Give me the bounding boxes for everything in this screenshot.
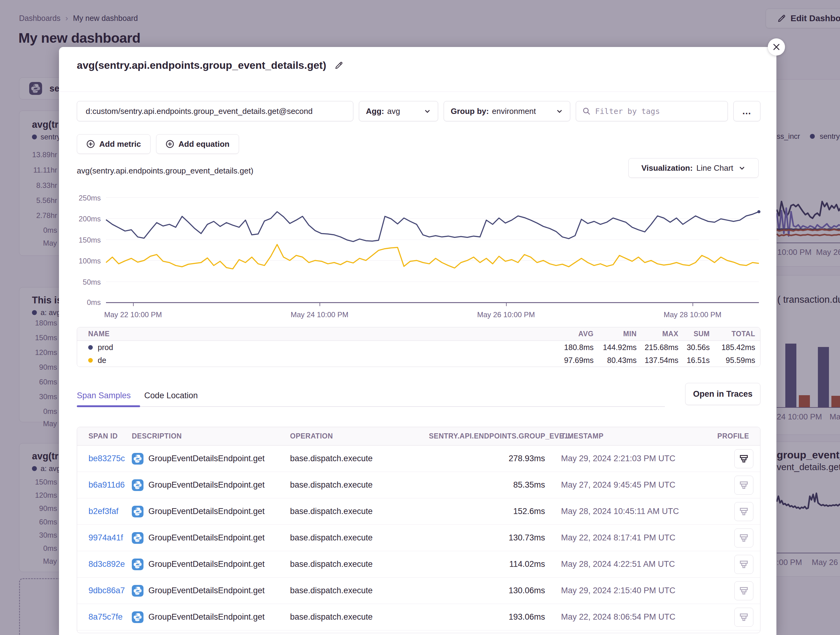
active-tab-underline <box>77 405 140 407</box>
y-axis-tick: 0ms <box>61 298 101 307</box>
span-operation: base.dispatch.execute <box>290 454 429 463</box>
span-timestamp: May 29, 2024 2:15:40 PM UTC <box>545 586 705 596</box>
y-axis-tick: 200ms <box>61 214 101 223</box>
sample-row: b6a911d6 GroupEventDetailsEndpoint.get b… <box>77 472 760 498</box>
profile-flamechart-icon <box>739 612 749 622</box>
profile-button[interactable] <box>734 502 753 521</box>
python-icon <box>132 532 144 544</box>
visualization-value: Line Chart <box>696 163 733 173</box>
span-timestamp: May 28, 2024 4:22:51 AM UTC <box>545 559 705 569</box>
series-avg: 97.69ms <box>548 356 594 365</box>
series-name: prod <box>98 343 113 352</box>
search-icon <box>582 107 591 115</box>
span-metric-value: 278.93ms <box>429 454 545 463</box>
series-summary-table: NAME AVG MIN MAX SUM TOTAL prod 180.8ms … <box>77 327 760 367</box>
profile-button[interactable] <box>734 476 753 495</box>
summary-header-min: MIN <box>594 330 636 338</box>
metric-select[interactable]: d:custom/sentry.api.endpoints.group_even… <box>77 101 353 121</box>
x-axis-tickmark <box>506 303 507 306</box>
series-sum: 30.56s <box>678 343 710 352</box>
close-icon <box>772 43 781 51</box>
series-avg: 180.8ms <box>548 343 594 352</box>
sample-row: 9974a41f GroupEventDetailsEndpoint.get b… <box>77 525 760 551</box>
python-icon <box>132 479 144 491</box>
summary-header-max: MAX <box>636 330 678 338</box>
span-id-link[interactable]: 8a75c7fe <box>88 612 123 621</box>
sample-row: b2ef3faf GroupEventDetailsEndpoint.get b… <box>77 498 760 525</box>
plus-circle-icon <box>86 140 95 148</box>
open-in-traces-button[interactable]: Open in Traces <box>685 383 760 405</box>
x-axis-tickmark <box>693 303 693 306</box>
span-description: GroupEventDetailsEndpoint.get <box>148 507 265 516</box>
y-axis-tick: 50ms <box>61 278 101 287</box>
profile-button[interactable] <box>734 449 753 468</box>
line-chart-plot <box>106 197 759 303</box>
summary-header-row: NAME AVG MIN MAX SUM TOTAL <box>77 327 760 341</box>
chart-title: avg(sentry.api.endpoints.group_event_det… <box>77 166 253 176</box>
series-max: 215.68ms <box>636 343 678 352</box>
span-description: GroupEventDetailsEndpoint.get <box>148 480 265 490</box>
span-metric-value: 130.73ms <box>429 533 545 542</box>
span-description: GroupEventDetailsEndpoint.get <box>148 612 265 622</box>
add-equation-button[interactable]: Add equation <box>156 134 239 154</box>
header-span-id: SPAN ID <box>77 432 132 440</box>
span-id-link[interactable]: 9974a41f <box>88 533 123 542</box>
profile-button[interactable] <box>734 528 753 547</box>
summary-row-prod[interactable]: prod 180.8ms 144.92ms 215.68ms 30.56s 18… <box>77 341 760 354</box>
series-max: 137.54ms <box>636 356 678 365</box>
x-axis-tick: May 28 10:00 PM <box>664 310 722 319</box>
span-id-link[interactable]: b2ef3faf <box>88 507 118 516</box>
span-id-link[interactable]: be83275c <box>88 454 125 463</box>
span-operation: base.dispatch.execute <box>290 586 429 596</box>
tag-filter-input[interactable] <box>595 107 722 116</box>
span-id-link[interactable]: 9dbc86a7 <box>88 586 125 595</box>
profile-button[interactable] <box>734 581 753 600</box>
open-in-traces-label: Open in Traces <box>693 389 753 399</box>
aggregation-select[interactable]: Agg: avg <box>359 101 438 121</box>
profile-flamechart-icon <box>739 533 749 543</box>
span-id-link[interactable]: 8d3c892e <box>88 559 125 569</box>
group-by-select[interactable]: Group by: environment <box>444 101 570 121</box>
tab-span-samples[interactable]: Span Samples <box>77 391 131 400</box>
span-metric-value: 193.06ms <box>429 612 545 622</box>
profile-button[interactable] <box>734 555 753 574</box>
app-root: Dashboards › My new dashboard My new das… <box>0 0 840 635</box>
series-min: 80.43ms <box>594 356 636 365</box>
header-profile: PROFILE <box>705 432 760 440</box>
span-metric-value: 114.02ms <box>429 559 545 569</box>
close-button[interactable] <box>768 38 785 55</box>
visualization-select[interactable]: Visualization: Line Chart <box>628 158 759 178</box>
edit-title-icon[interactable] <box>334 61 344 70</box>
span-timestamp: May 29, 2024 2:21:03 PM UTC <box>545 454 705 463</box>
chevron-down-icon <box>556 107 563 115</box>
series-name: de <box>98 356 106 365</box>
agg-value: avg <box>387 107 400 116</box>
summary-header-sum: SUM <box>678 330 710 338</box>
python-icon <box>132 585 144 597</box>
profile-flamechart-icon <box>739 506 749 517</box>
series-min: 144.92ms <box>594 343 636 352</box>
span-description: GroupEventDetailsEndpoint.get <box>148 586 265 596</box>
chevron-down-icon <box>738 164 746 172</box>
metric-select-value: d:custom/sentry.api.endpoints.group_even… <box>86 107 313 116</box>
add-metric-label: Add metric <box>99 139 141 149</box>
query-overflow-button[interactable]: … <box>733 101 760 121</box>
sample-row: 9dbc86a7 GroupEventDetailsEndpoint.get b… <box>77 578 760 604</box>
x-axis-tick: May 26 10:00 PM <box>477 310 535 319</box>
add-metric-button[interactable]: Add metric <box>77 134 150 154</box>
header-description: DESCRIPTION <box>132 432 290 440</box>
query-builder: d:custom/sentry.api.endpoints.group_even… <box>77 101 760 121</box>
span-id-link[interactable]: b6a911d6 <box>88 480 125 490</box>
python-icon <box>132 453 144 465</box>
span-timestamp: May 28, 2024 10:45:11 AM UTC <box>545 507 705 516</box>
add-actions: Add metric Add equation <box>77 134 239 154</box>
profile-button[interactable] <box>734 608 753 627</box>
span-operation: base.dispatch.execute <box>290 533 429 542</box>
tab-code-location[interactable]: Code Location <box>144 391 198 400</box>
sample-row: 8d3c892e GroupEventDetailsEndpoint.get b… <box>77 551 760 578</box>
series-de-line <box>106 197 759 303</box>
summary-row-de[interactable]: de 97.69ms 80.43ms 137.54ms 16.51s 95.59… <box>77 354 760 367</box>
span-operation: base.dispatch.execute <box>290 612 429 622</box>
x-axis-tickmark <box>319 303 320 306</box>
series-color-dot <box>88 345 93 350</box>
